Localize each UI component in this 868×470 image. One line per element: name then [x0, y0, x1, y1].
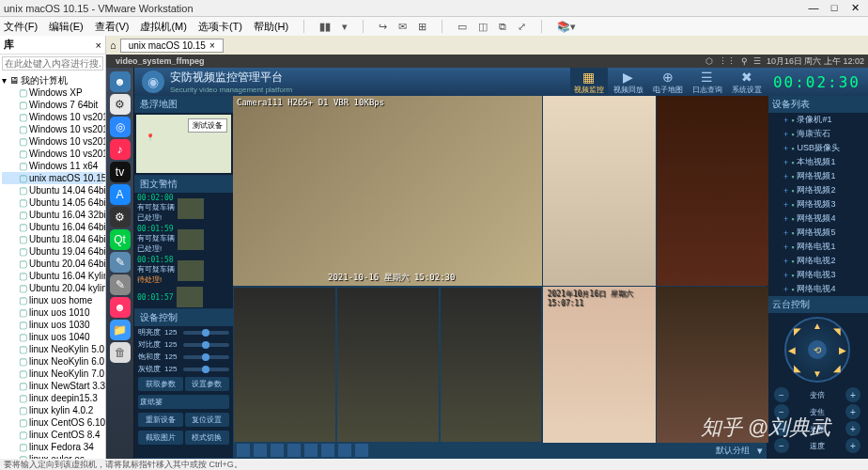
home-tab-icon[interactable]: ⌂: [110, 39, 116, 51]
video-cell-6[interactable]: [657, 287, 768, 443]
nav-视频回放[interactable]: ▶视频回放: [610, 68, 647, 97]
dock-folder-icon[interactable]: 📁: [110, 320, 131, 340]
vm-tree-item[interactable]: ▢ Windows 10 vs2017: [2, 135, 103, 148]
ptz-downleft-icon[interactable]: ◣: [794, 363, 801, 373]
ptz-plus-button[interactable]: +: [845, 387, 860, 402]
dock-trash-icon[interactable]: 🗑: [110, 342, 131, 363]
vm-tree-item[interactable]: ▢ Ubuntu 16.04 Kylin: [2, 270, 103, 282]
ptz-center-button[interactable]: ⟲: [808, 340, 827, 359]
menu-vm[interactable]: 虚拟机(M): [140, 20, 187, 34]
vm-tree-item[interactable]: ▢ linux uos home: [2, 294, 103, 306]
vm-tree-item[interactable]: ▢ unix macOS 10.15: [2, 172, 103, 184]
alert-item[interactable]: 00:02:00有可疑车辆已处理!: [134, 193, 233, 224]
dropdown-trash[interactable]: 废纸篓: [138, 395, 229, 409]
ptz-plus-button[interactable]: +: [845, 404, 860, 419]
vm-tree-item[interactable]: ▢ linux uos 1010: [2, 306, 103, 319]
vm-tree-item[interactable]: ▢ linux CentOS 6.10: [2, 416, 103, 429]
vm-tree-item[interactable]: ▢ linux uos 1030: [2, 319, 103, 331]
layout-9-icon[interactable]: [304, 444, 318, 457]
mac-control-icon[interactable]: ☰: [753, 56, 761, 66]
slider-灰锐度[interactable]: 灰锐度125: [134, 363, 233, 375]
stretch-icon[interactable]: ⤢: [518, 21, 526, 33]
reset-settings-button[interactable]: 复位设置: [185, 413, 230, 427]
layout-8-icon[interactable]: [287, 444, 301, 457]
snapshot-mgr-icon[interactable]: ⊞: [418, 21, 426, 33]
seamless-icon[interactable]: ⧉: [499, 21, 506, 33]
mac-wifi-icon[interactable]: ⋮⋮: [719, 56, 736, 66]
vm-tree-item[interactable]: ▢ Ubuntu 14.05 64bit: [2, 196, 103, 209]
minimize-button[interactable]: —: [804, 2, 823, 14]
device-item[interactable]: +▪ 网络视频1: [767, 169, 868, 183]
ptz-left-icon[interactable]: ◀: [788, 345, 796, 355]
vm-tree-item[interactable]: ▢ Ubuntu 18.04 64bit: [2, 233, 103, 245]
close-button[interactable]: ✕: [845, 2, 864, 14]
device-item[interactable]: +▪ 网络电视1: [767, 240, 868, 254]
tree-root[interactable]: ▾ 🖥 我的计算机: [2, 74, 103, 86]
menu-view[interactable]: 查看(V): [95, 20, 130, 34]
ptz-upright-icon[interactable]: ◥: [833, 326, 841, 337]
vm-tree-item[interactable]: ▢ linux NewStart 3.3: [2, 380, 103, 392]
reset-device-button[interactable]: 重新设备: [138, 413, 183, 427]
vm-tree-item[interactable]: ▢ linux NeoKylin 6.0: [2, 355, 103, 368]
alert-item[interactable]: 00:01:59有可疑车辆已处理!: [134, 224, 233, 255]
chevron-down-icon[interactable]: ▾: [757, 445, 763, 457]
dropdown-icon[interactable]: ▾: [342, 21, 348, 33]
set-params-button[interactable]: 设置参数: [185, 377, 230, 391]
alert-item[interactable]: 00:01:57: [134, 286, 233, 308]
vm-tree-item[interactable]: ▢ linux NeoKylin 5.0: [2, 343, 103, 355]
dock-tv-icon[interactable]: tv: [110, 162, 131, 182]
dock-settings-icon[interactable]: ⚙: [110, 94, 131, 115]
screenshot-button[interactable]: 截取图片: [138, 431, 183, 445]
device-item[interactable]: +▪ 网络视频3: [767, 197, 868, 212]
pause-icon[interactable]: ▮▮: [319, 21, 331, 33]
device-item[interactable]: +▪ 网络电视2: [767, 254, 868, 268]
dock-music-icon[interactable]: ♪: [110, 139, 131, 160]
device-item[interactable]: +▪ 网络视频5: [767, 226, 868, 240]
dock-sysprefs-icon[interactable]: ⚙: [110, 207, 131, 227]
close-library-icon[interactable]: ×: [96, 39, 101, 51]
dock-app-icon[interactable]: ✎: [110, 274, 131, 295]
vm-tree-item[interactable]: ▢ Windows XP: [2, 86, 103, 99]
ptz-plus-button[interactable]: +: [845, 438, 860, 453]
vm-tree-item[interactable]: ▢ Ubuntu 16.04 32bit: [2, 209, 103, 221]
send-icon[interactable]: ↪: [379, 21, 387, 33]
library-icon[interactable]: 📚▾: [557, 21, 576, 33]
fullscreen-icon[interactable]: ▭: [457, 21, 467, 33]
vm-tree-item[interactable]: ▢ linux kylin 4.0.2: [2, 404, 103, 416]
dock-finder-icon[interactable]: ☻: [110, 71, 131, 92]
toolbar-group[interactable]: 默认分组: [716, 445, 750, 457]
menu-file[interactable]: 文件(F): [4, 20, 38, 34]
map-device-button[interactable]: 测试设备: [188, 118, 227, 133]
nav-系统设置[interactable]: ✖系统设置: [728, 68, 766, 97]
layout-more-icon[interactable]: [355, 444, 368, 457]
vm-tree-item[interactable]: ▢ Ubuntu 19.04 64bit: [2, 245, 103, 258]
dock-appstore-icon[interactable]: A: [110, 184, 131, 205]
ptz-down-icon[interactable]: ▼: [813, 368, 822, 379]
vm-tree-item[interactable]: ▢ linux Fedora 34: [2, 441, 103, 453]
video-cell-main[interactable]: Camera111 H265+ D1 VBR 10KBps 2021-10-16…: [233, 96, 542, 286]
vm-tree-item[interactable]: ▢ linux uos 1040: [2, 331, 103, 343]
mini-map[interactable]: 测试设备 📍: [136, 115, 231, 173]
slider-对比度[interactable]: 对比度125: [134, 338, 233, 351]
ptz-upleft-icon[interactable]: ◤: [794, 326, 801, 337]
alert-item[interactable]: 00:01:58有可疑车辆待处理!: [134, 255, 233, 286]
vm-tree-item[interactable]: ▢ linux deepin15.3: [2, 392, 103, 404]
slider-明亮度[interactable]: 明亮度125: [134, 326, 233, 338]
device-item[interactable]: +▪ 网络电视4: [767, 282, 868, 296]
dock-terminal-icon[interactable]: ✎: [110, 252, 131, 273]
video-cell-2[interactable]: [543, 96, 655, 286]
video-cell-5[interactable]: [233, 287, 542, 443]
ptz-downright-icon[interactable]: ◢: [833, 363, 841, 373]
slider-饱和度[interactable]: 饱和度125: [134, 351, 233, 363]
layout-6-icon[interactable]: [271, 444, 284, 457]
vm-tree-item[interactable]: ▢ Ubuntu 14.04 64bit: [2, 184, 103, 196]
vm-tree-item[interactable]: ▢ Windows 11 x64: [2, 160, 103, 172]
ptz-up-icon[interactable]: ▲: [813, 321, 822, 331]
nav-日志查询[interactable]: ☰日志查询: [689, 68, 726, 97]
mac-indicator-icon[interactable]: ⬡: [705, 56, 713, 66]
nav-电子地图[interactable]: ⊕电子地图: [649, 68, 687, 97]
device-item[interactable]: +▪ 网络视频4: [767, 212, 868, 226]
ptz-minus-button[interactable]: −: [774, 421, 789, 436]
device-item[interactable]: +▪ USB摄像头: [767, 141, 868, 155]
maximize-button[interactable]: □: [825, 2, 844, 14]
